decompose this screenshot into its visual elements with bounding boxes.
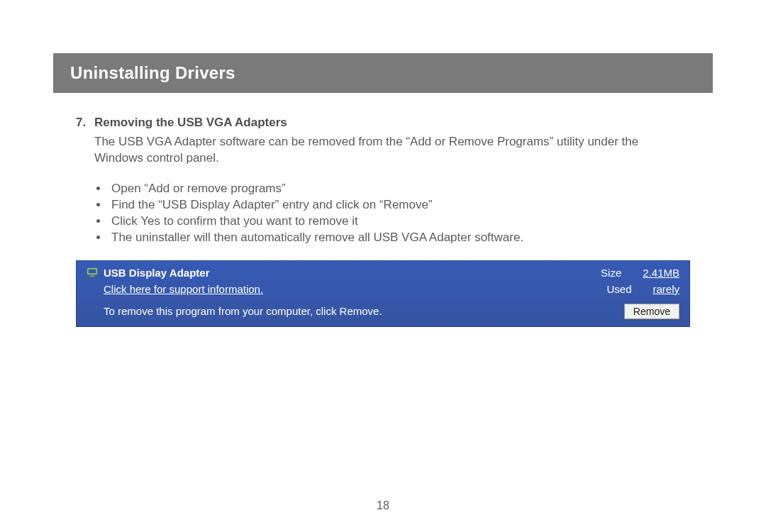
bullet-item: Find the “USB Display Adapter” entry and… [109, 197, 690, 214]
program-row-remove: To remove this program from your compute… [77, 298, 689, 326]
bullet-item: The uninstaller will then automatically … [109, 230, 690, 246]
bullet-item: Click Yes to confirm that you want to re… [109, 214, 690, 230]
remove-instruction-text: To remove this program from your compute… [104, 305, 624, 317]
section-paragraph: The USB VGA Adapter software can be remo… [94, 134, 690, 167]
svg-rect-2 [90, 275, 94, 276]
section-number: 7. [76, 116, 89, 130]
program-size-value: 2.41MB [643, 267, 679, 279]
section-heading-row: 7. Removing the USB VGA Adapters [76, 116, 690, 130]
svg-rect-1 [89, 270, 96, 274]
support-link[interactable]: Click here for support information. [104, 283, 606, 295]
page-title-bar: Uninstalling Drivers [53, 53, 713, 93]
monitor-icon [87, 267, 98, 278]
content-area: 7. Removing the USB VGA Adapters The USB… [53, 93, 713, 327]
program-row-header: USB Display Adapter Size 2.41MB [77, 261, 689, 280]
program-size-label: Size [601, 267, 621, 279]
bullet-list: Open “Add or remove programs” Find the “… [94, 181, 690, 246]
program-used-value: rarely [653, 283, 679, 295]
page-title: Uninstalling Drivers [70, 63, 235, 82]
svg-rect-3 [89, 277, 96, 277]
add-remove-program-entry: USB Display Adapter Size 2.41MB Click he… [76, 260, 690, 327]
page-number: 18 [0, 499, 766, 512]
remove-button[interactable]: Remove [624, 304, 679, 319]
program-used-label: Used [606, 283, 631, 295]
bullet-item: Open “Add or remove programs” [109, 181, 690, 197]
program-row-support: Click here for support information. Used… [77, 280, 689, 298]
program-name: USB Display Adapter [104, 267, 601, 279]
section-heading: Removing the USB VGA Adapters [94, 116, 287, 130]
